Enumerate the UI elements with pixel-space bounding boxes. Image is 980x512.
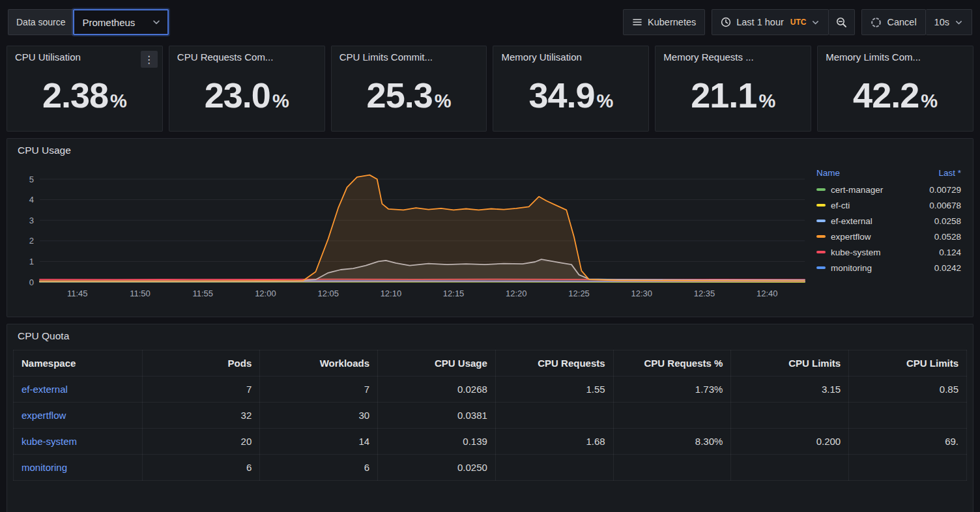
table-cell: 3.15: [731, 377, 849, 403]
series-color-icon: [816, 251, 826, 253]
table-cell: [495, 403, 613, 429]
table-row: monitoring660.0250: [14, 455, 967, 481]
chevron-down-icon: [811, 18, 820, 27]
toolbar: Data source Prometheus Kubernetes Last 1…: [0, 0, 980, 43]
table-cell: 8.30%: [613, 429, 731, 455]
time-range-picker[interactable]: Last 1 hour UTC: [712, 9, 829, 35]
svg-text:4: 4: [29, 195, 34, 205]
zoom-out-icon: [836, 17, 847, 28]
column-header[interactable]: CPU Limits: [731, 350, 849, 377]
panel-title[interactable]: CPU Utilisation: [15, 51, 154, 63]
cpu-usage-panel: CPU Usage 01234511:4511:5011:5512:0012:0…: [7, 138, 973, 317]
panel-title[interactable]: Memory Utilisation: [501, 51, 641, 63]
panel-title[interactable]: Memory Limits Com...: [826, 51, 965, 63]
table-cell: 1.73%: [613, 377, 731, 403]
svg-text:12:25: 12:25: [568, 289, 590, 298]
legend-series-name[interactable]: ef-external: [831, 216, 872, 226]
datasource-picker: Data source Prometheus: [8, 9, 169, 35]
stat-value: 34.9%: [528, 75, 613, 115]
table-cell: 1.68: [495, 429, 613, 455]
legend-series-name[interactable]: kube-system: [831, 248, 881, 257]
svg-text:11:45: 11:45: [67, 289, 88, 298]
stat-panel-memory-limits: Memory Limits Com... 42.2%: [817, 46, 973, 132]
panel-title[interactable]: CPU Quota: [7, 324, 79, 346]
stat-value: 2.38%: [42, 75, 127, 115]
stat-panel-memory-requests: Memory Requests ... 21.1%: [655, 46, 811, 132]
table-cell: [613, 455, 731, 481]
stat-value: 21.1%: [691, 75, 775, 115]
svg-text:11:50: 11:50: [130, 289, 151, 298]
panel-title[interactable]: CPU Requests Com...: [177, 51, 317, 63]
series-color-icon: [816, 204, 826, 206]
panel-title[interactable]: Memory Requests ...: [663, 51, 803, 63]
datasource-select[interactable]: Prometheus: [73, 9, 169, 35]
namespace-link[interactable]: kube-system: [14, 429, 143, 455]
svg-text:12:15: 12:15: [443, 289, 465, 298]
table-cell: [849, 403, 967, 429]
cpu-quota-panel: CPU Quota NamespacePodsWorkloadsCPU Usag…: [7, 324, 973, 512]
stat-value: 23.0%: [205, 75, 289, 115]
svg-text:12:05: 12:05: [317, 289, 339, 298]
namespace-link[interactable]: expertflow: [14, 403, 143, 429]
legend-series-name[interactable]: monitoring: [831, 263, 872, 273]
column-header[interactable]: Pods: [142, 350, 260, 377]
stats-row: CPU Utilisation ⋮ 2.38% CPU Requests Com…: [0, 46, 980, 132]
table-cell: 1.55: [495, 377, 613, 403]
column-header[interactable]: CPU Limits: [849, 350, 967, 377]
svg-text:5: 5: [29, 175, 34, 184]
svg-text:12:00: 12:00: [255, 289, 276, 298]
legend-series-last-value: 0.0258: [934, 216, 961, 226]
datasource-label: Data source: [8, 9, 73, 35]
legend-last-header[interactable]: Last *: [938, 168, 961, 178]
legend-series-last-value: 0.0528: [934, 232, 961, 242]
column-header[interactable]: CPU Requests: [495, 350, 613, 377]
legend-series-last-value: 0.00729: [929, 185, 961, 195]
time-range-label: Last 1 hour: [736, 17, 784, 27]
column-header[interactable]: CPU Requests %: [613, 350, 731, 377]
table-row: expertflow32300.0381: [14, 403, 967, 429]
refresh-interval-dropdown[interactable]: 10s: [926, 9, 972, 35]
svg-text:11:55: 11:55: [192, 289, 213, 298]
svg-text:0: 0: [29, 277, 34, 287]
svg-text:2: 2: [29, 236, 34, 246]
stat-value: 42.2%: [853, 75, 938, 115]
stat-panel-cpu-requests: CPU Requests Com... 23.0%: [169, 46, 325, 132]
legend-series-name[interactable]: expertflow: [831, 232, 871, 242]
table-cell: 7: [260, 377, 378, 403]
svg-text:3: 3: [29, 216, 34, 225]
legend-series-last-value: 0.124: [939, 248, 961, 257]
table-cell: 7: [142, 377, 260, 403]
stat-panel-cpu-limits: CPU Limits Commit... 25.3%: [331, 46, 487, 132]
column-header[interactable]: Namespace: [14, 350, 143, 377]
legend-item: cert-manager0.00729: [816, 182, 961, 197]
chart-legend: Name Last * cert-manager0.00729ef-cti0.0…: [816, 162, 968, 304]
panel-title[interactable]: CPU Usage: [7, 139, 81, 160]
legend-name-header[interactable]: Name: [816, 168, 840, 178]
column-header[interactable]: CPU Usage: [378, 350, 496, 377]
legend-series-last-value: 0.0242: [934, 263, 961, 273]
namespace-link[interactable]: ef-external: [14, 377, 143, 403]
legend-item: monitoring0.0242: [816, 260, 961, 276]
kubernetes-button[interactable]: Kubernetes: [623, 9, 705, 35]
clock-icon: [721, 17, 731, 27]
namespace-link[interactable]: monitoring: [14, 455, 143, 481]
series-color-icon: [816, 266, 826, 269]
cancel-button[interactable]: Cancel: [861, 9, 925, 35]
svg-text:12:35: 12:35: [694, 289, 715, 298]
menu-icon: [632, 17, 642, 27]
series-color-icon: [816, 220, 826, 222]
chevron-down-icon: [152, 18, 161, 27]
table-cell: 0.0268: [378, 377, 496, 403]
timezone-label: UTC: [790, 18, 807, 27]
column-header[interactable]: Workloads: [260, 350, 378, 377]
zoom-out-button[interactable]: [829, 9, 855, 35]
svg-text:12:40: 12:40: [757, 289, 778, 298]
cpu-quota-table: NamespacePodsWorkloadsCPU UsageCPU Reque…: [13, 350, 967, 481]
legend-item: kube-system0.124: [816, 244, 961, 260]
cpu-usage-chart[interactable]: 01234511:4511:5011:5512:0012:0512:1012:1…: [12, 162, 816, 304]
table-cell: 20: [142, 429, 260, 455]
panel-title[interactable]: CPU Limits Commit...: [339, 51, 479, 63]
legend-series-name[interactable]: cert-manager: [831, 185, 883, 195]
legend-item: ef-external0.0258: [816, 213, 961, 229]
legend-series-name[interactable]: ef-cti: [831, 201, 850, 210]
